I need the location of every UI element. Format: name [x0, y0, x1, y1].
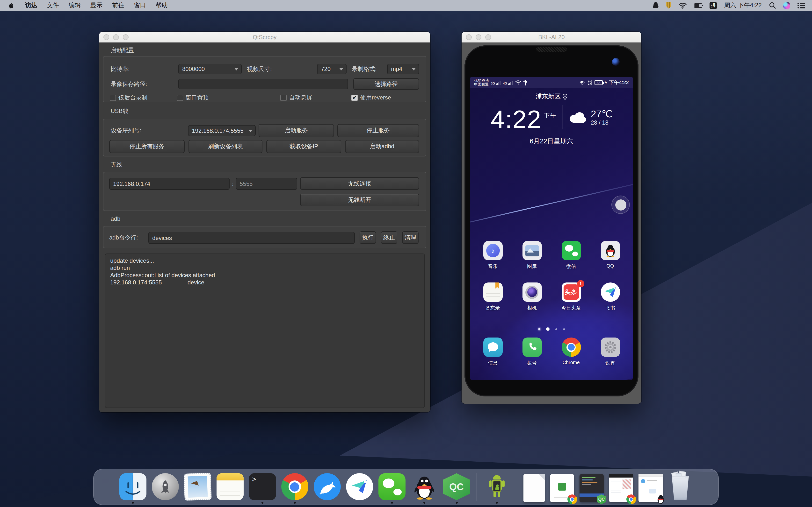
serial-combo[interactable]: 192.168.0.174:5555: [188, 125, 256, 136]
start-service-button[interactable]: 启动服务: [259, 124, 334, 137]
menubar-clock[interactable]: 周六 下午4:22: [724, 1, 762, 9]
get-device-ip-button[interactable]: 获取设备IP: [266, 140, 341, 153]
location-row[interactable]: 浦东新区: [536, 92, 567, 101]
app-chrome[interactable]: Chrome: [554, 338, 589, 367]
widget-weather[interactable]: 27℃ 28 / 18: [570, 108, 612, 126]
dock-chrome[interactable]: [281, 473, 308, 500]
gallery-app-icon[interactable]: [522, 241, 542, 260]
camera-app-icon[interactable]: [522, 282, 542, 302]
menu-edit[interactable]: 编辑: [64, 1, 86, 9]
phone-window-titlebar[interactable]: BKL-AL20: [462, 32, 642, 43]
refresh-devices-button[interactable]: 刷新设备列表: [189, 140, 262, 153]
adb-clear-button[interactable]: 清理: [402, 231, 418, 244]
dock-minimized-window-1[interactable]: [550, 474, 574, 500]
close-button[interactable]: [103, 34, 109, 40]
bitrate-combo[interactable]: 8000000: [179, 64, 242, 74]
wireless-ip-input[interactable]: [109, 178, 230, 190]
adb-log-output[interactable]: update devices... adb run AdbProcess::ou…: [105, 253, 425, 408]
app-wechat[interactable]: 微信: [554, 241, 589, 270]
dock-trash[interactable]: [668, 472, 693, 500]
checkbox-box[interactable]: [280, 95, 287, 101]
wifi-menubar-icon[interactable]: [678, 2, 687, 8]
start-adbd-button[interactable]: 启动adbd: [345, 140, 419, 153]
menu-help[interactable]: 帮助: [151, 1, 172, 9]
minimize-button[interactable]: [113, 34, 119, 40]
dock-finder[interactable]: [119, 473, 146, 500]
choose-path-button[interactable]: 选择路径: [353, 78, 419, 90]
notes-app-icon[interactable]: [483, 282, 502, 302]
widget-time[interactable]: 4:22 下午: [491, 102, 556, 133]
zoom-button[interactable]: [485, 34, 491, 40]
wireless-port-input[interactable]: [236, 178, 297, 190]
wireless-disconnect-button[interactable]: 无线断开: [300, 193, 419, 206]
apple-menu-icon[interactable]: [8, 2, 14, 9]
menu-view[interactable]: 显示: [86, 1, 107, 9]
settings-app-icon[interactable]: [601, 338, 620, 357]
dock-qtcreator[interactable]: QC: [443, 473, 470, 500]
dock-minimized-window-4[interactable]: [638, 474, 662, 500]
phone-screen[interactable]: 优酷移动 中国联通 3G 4G: [470, 77, 633, 380]
siri-icon[interactable]: [783, 2, 790, 9]
app-messages[interactable]: 信息: [475, 338, 510, 367]
dock-minimized-window-3[interactable]: [609, 474, 633, 500]
app-feishu[interactable]: 飞书: [593, 282, 627, 312]
qq-menubar-icon[interactable]: [653, 2, 659, 9]
dock-launchpad[interactable]: [152, 473, 179, 500]
app-music[interactable]: ♪ 音乐: [475, 241, 510, 270]
zoom-button[interactable]: [123, 34, 129, 40]
clock-weather-widget[interactable]: 浦东新区 4:22 下午 27: [470, 92, 633, 146]
menu-go[interactable]: 前往: [107, 1, 129, 9]
notification-center-icon[interactable]: [798, 2, 805, 8]
dialer-app-icon[interactable]: [522, 338, 542, 357]
dock-terminal[interactable]: >_: [249, 473, 276, 500]
auto-screen-off-checkbox[interactable]: 自动息屏: [280, 94, 312, 102]
background-record-checkbox[interactable]: 仅后台录制: [110, 94, 147, 102]
spotlight-icon[interactable]: [769, 2, 776, 9]
menu-window[interactable]: 窗口: [129, 1, 151, 9]
app-qq[interactable]: QQ: [593, 241, 627, 270]
app-notes[interactable]: 备忘录: [475, 282, 510, 312]
app-toutiao[interactable]: 1 头条 今日头条: [554, 282, 589, 312]
dock-sealion-app[interactable]: [313, 473, 341, 500]
checkbox-box-checked[interactable]: ✔: [351, 95, 358, 101]
dock-minimized-window-2[interactable]: QC: [579, 474, 603, 500]
record-path-input[interactable]: [179, 79, 348, 89]
stop-service-button[interactable]: 停止服务: [337, 124, 419, 137]
minimize-button[interactable]: [475, 34, 481, 40]
always-on-top-checkbox[interactable]: 窗口置顶: [177, 94, 209, 102]
qtscrcpy-titlebar[interactable]: QtScrcpy: [99, 32, 430, 43]
shield-menubar-icon[interactable]: [666, 2, 671, 9]
dock-document-stack[interactable]: [523, 474, 545, 500]
app-gallery[interactable]: 图库: [514, 241, 549, 270]
wireless-connect-button[interactable]: 无线连接: [300, 177, 419, 190]
app-settings[interactable]: 设置: [593, 338, 627, 367]
dock-scrcpy-android[interactable]: [483, 473, 510, 500]
dock-qq[interactable]: [411, 473, 438, 500]
menu-finder[interactable]: 访达: [20, 1, 42, 9]
use-reverse-checkbox[interactable]: ✔ 使用reverse: [351, 94, 391, 102]
video-size-combo[interactable]: 720: [317, 64, 347, 74]
dock-feishu[interactable]: [346, 473, 373, 500]
battery-menubar-icon[interactable]: [694, 3, 702, 7]
app-camera[interactable]: 相机: [514, 282, 549, 312]
checkbox-box[interactable]: [177, 95, 183, 101]
chrome-app-icon[interactable]: [561, 338, 581, 357]
record-format-combo[interactable]: mp4: [387, 64, 419, 74]
adb-run-button[interactable]: 执行: [360, 231, 376, 244]
dock-wechat[interactable]: [378, 473, 405, 500]
adb-command-input[interactable]: [148, 232, 355, 244]
checkbox-box[interactable]: [110, 95, 116, 101]
dock-notes[interactable]: [216, 473, 243, 500]
dock-mail[interactable]: [184, 473, 211, 500]
assistive-touch-ball[interactable]: [611, 195, 630, 214]
music-app-icon[interactable]: ♪: [483, 241, 502, 260]
input-method-menubar-icon[interactable]: 拼: [710, 2, 717, 9]
close-button[interactable]: [466, 34, 472, 40]
qq-app-icon[interactable]: [601, 241, 620, 260]
app-dialer[interactable]: 拨号: [514, 338, 549, 367]
adb-kill-button[interactable]: 终止: [381, 231, 397, 244]
feishu-app-icon[interactable]: [601, 282, 620, 302]
wechat-app-icon[interactable]: [561, 241, 581, 260]
stop-all-services-button[interactable]: 停止所有服务: [109, 140, 185, 153]
menu-file[interactable]: 文件: [42, 1, 64, 9]
